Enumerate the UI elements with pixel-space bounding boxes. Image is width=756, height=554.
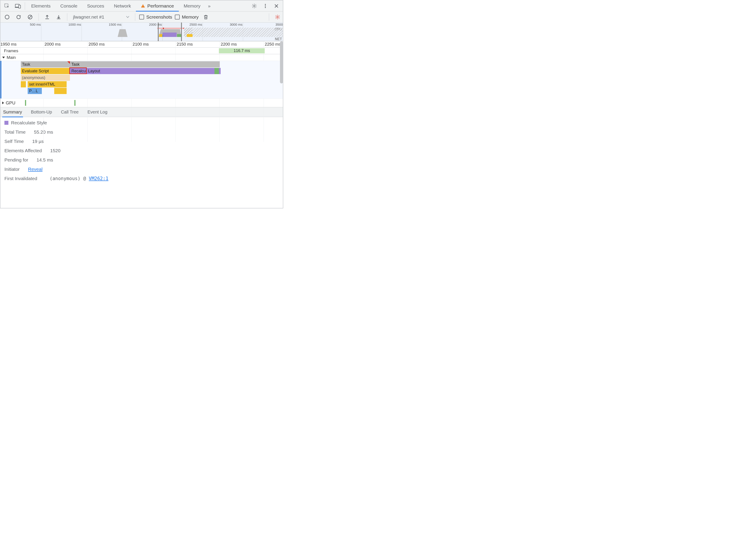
memory-checkbox[interactable]: Memory [175, 14, 199, 20]
warning-triangle-icon [141, 4, 145, 8]
tab-summary[interactable]: Summary [2, 107, 23, 117]
details-tab-strip: Summary Bottom-Up Call Tree Event Log [0, 107, 283, 117]
svg-rect-4 [143, 6, 143, 7]
summary-value: 1520 [50, 148, 61, 153]
overview-timeline[interactable]: 500 ms1000 ms1500 ms2000 ms2500 ms3000 m… [0, 22, 283, 41]
tab-network[interactable]: Network [109, 1, 136, 11]
tab-console[interactable]: Console [56, 1, 82, 11]
flame-bar-anonymous[interactable]: (anonymous) [21, 74, 70, 81]
svg-point-6 [265, 4, 266, 5]
performance-toolbar: jlwagner.net #1 Screenshots Memory [0, 11, 283, 22]
gpu-track[interactable]: GPU [0, 99, 283, 107]
separator [25, 2, 25, 10]
summary-label: Pending for [4, 157, 28, 163]
stack-at-symbol: @ [83, 176, 86, 181]
delete-profile-icon[interactable] [201, 13, 210, 21]
detail-tick: 2100 ms [132, 42, 149, 47]
disclosure-triangle-icon [2, 102, 4, 104]
tab-bottom-up[interactable]: Bottom-Up [30, 107, 53, 117]
tab-elements[interactable]: Elements [26, 1, 56, 11]
download-profile-icon[interactable] [54, 13, 63, 21]
kebab-menu-icon[interactable] [260, 1, 271, 11]
flamechart[interactable]: Main TaskTaskEvaluate ScriptRecalculate … [0, 54, 283, 107]
detail-ruler[interactable]: 1950 ms2000 ms2050 ms2100 ms2150 ms2200 … [0, 41, 283, 48]
inspect-element-icon[interactable] [1, 1, 12, 11]
overview-selection-handles[interactable] [158, 22, 182, 41]
overview-tick: 1000 ms [68, 22, 81, 26]
initiator-label: Initiator [4, 167, 20, 172]
recording-selected-label: jlwagner.net #1 [73, 14, 124, 20]
tab-call-tree[interactable]: Call Tree [60, 107, 79, 117]
first-invalidated-label: First Invalidated [4, 176, 37, 181]
frames-track[interactable]: Frames 116.7 ms [0, 48, 283, 54]
cpu-activity [118, 29, 128, 37]
settings-gear-icon[interactable] [249, 1, 260, 11]
disclosure-triangle-icon [2, 57, 5, 58]
flame-bar-layout[interactable]: Layout [87, 68, 214, 74]
overview-tick: 2500 ms [190, 22, 202, 26]
svg-point-9 [5, 15, 9, 19]
flame-bar-script[interactable] [21, 81, 26, 88]
reload-record-icon[interactable] [14, 13, 23, 21]
svg-point-5 [254, 5, 255, 7]
devtools-window: Elements Console Sources Network Perform… [0, 0, 283, 208]
screenshots-label: Screenshots [146, 14, 172, 20]
flame-bar-purple[interactable] [219, 68, 221, 74]
flame-bar-task[interactable]: Task [21, 61, 70, 67]
recording-selector[interactable]: jlwagner.net #1 [71, 14, 131, 20]
main-track-header[interactable]: Main [0, 54, 283, 61]
checkbox-icon [175, 15, 180, 19]
gpu-activity-tick [74, 100, 75, 106]
svg-rect-3 [143, 5, 143, 6]
stack-function: (anonymous) [50, 176, 80, 181]
checkbox-icon [139, 15, 144, 19]
net-lane-baseline [0, 41, 283, 41]
frame-duration-chip[interactable]: 116.7 ms [219, 48, 265, 53]
overview-tick: 500 ms [30, 22, 41, 26]
tab-memory[interactable]: Memory [179, 1, 205, 11]
chevron-down-icon [126, 16, 129, 18]
flame-bar-evaluate-script[interactable]: Evaluate Script [21, 68, 70, 74]
detail-tick: 2250 ms [265, 42, 281, 47]
memory-checkbox-label: Memory [182, 14, 199, 20]
tab-sources[interactable]: Sources [82, 1, 109, 11]
summary-pane: Recalculate Style Total Time 55.20 ms Se… [0, 117, 283, 208]
capture-settings-gear-icon[interactable] [273, 13, 282, 21]
summary-label: Self Time [4, 139, 24, 144]
vertical-scrollbar[interactable] [280, 41, 283, 84]
reveal-initiator-link[interactable]: Reveal [28, 167, 43, 172]
main-track-label: Main [7, 55, 16, 60]
detail-tick: 2000 ms [45, 42, 61, 47]
record-icon[interactable] [3, 13, 11, 21]
detail-tick: 2200 ms [221, 42, 237, 47]
summary-value: 19 µs [32, 139, 44, 144]
flame-bar-script[interactable] [54, 88, 67, 94]
summary-label: Total Time [4, 129, 26, 135]
detail-tick: 1950 ms [0, 42, 16, 47]
event-title: Recalculate Style [11, 120, 47, 125]
close-devtools-icon[interactable] [271, 1, 282, 11]
net-idle-hatched [193, 27, 283, 37]
cpu-activity [187, 34, 193, 37]
event-color-swatch [4, 121, 8, 125]
separator [67, 13, 67, 21]
tabs-overflow[interactable]: » [205, 1, 213, 11]
screenshots-checkbox[interactable]: Screenshots [139, 14, 172, 20]
tab-performance[interactable]: Performance [136, 1, 179, 11]
svg-point-11 [277, 16, 278, 18]
selected-event-highlight [69, 67, 87, 74]
flame-bar-green[interactable] [214, 68, 219, 74]
svg-rect-2 [18, 5, 20, 8]
gpu-track-label: GPU [6, 101, 15, 106]
summary-value: 14.5 ms [37, 157, 53, 163]
tab-label: Performance [147, 3, 174, 9]
stack-source-link[interactable]: VM262:1 [89, 176, 108, 181]
flame-bar-set-innerhtml[interactable]: set innerHTML [28, 81, 66, 88]
tab-event-log[interactable]: Event Log [87, 107, 108, 117]
flame-bar-p-l[interactable]: P…L [28, 88, 42, 94]
detail-tick: 2150 ms [177, 42, 193, 47]
device-toolbar-icon[interactable] [12, 1, 23, 11]
flame-bar-task[interactable]: Task [70, 61, 220, 67]
upload-profile-icon[interactable] [43, 13, 52, 21]
clear-icon[interactable] [26, 13, 35, 21]
